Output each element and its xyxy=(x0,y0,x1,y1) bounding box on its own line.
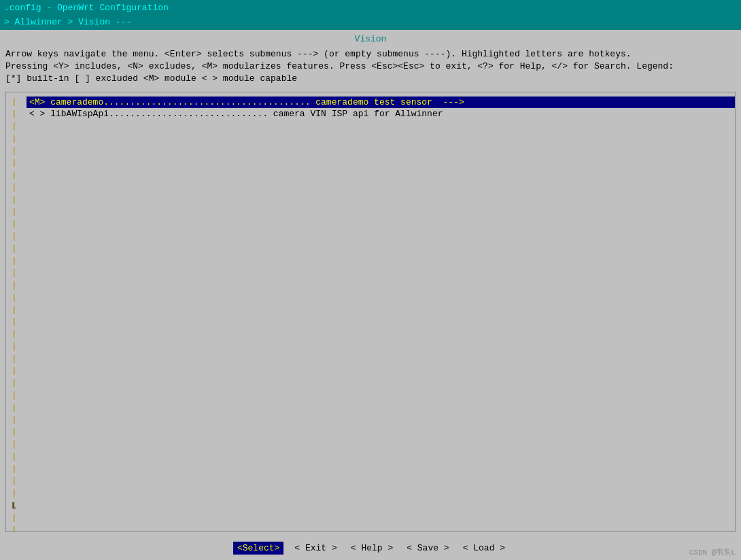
save-button[interactable]: < Save > xyxy=(404,542,451,555)
pipe-decoration: | xyxy=(12,366,17,376)
pipe-decoration: | xyxy=(12,97,17,107)
pipe-decoration: | xyxy=(12,390,17,400)
title-bar: .config - OpenWrt Configuration xyxy=(0,0,741,16)
pipe-decoration: | xyxy=(12,256,17,266)
dialog-title: Vision xyxy=(0,30,741,46)
pipe-decoration: | xyxy=(12,304,17,315)
select-button[interactable]: <Select> xyxy=(233,542,283,555)
pipe-decoration: | xyxy=(12,219,17,229)
pipe-decoration: | xyxy=(12,353,17,364)
pipe-decoration: | xyxy=(12,317,17,327)
pipe-decoration: | xyxy=(12,476,17,486)
bottom-bar: <Select> < Exit > < Help > < Save > < Lo… xyxy=(0,536,741,560)
main-content: Vision Arrow keys navigate the menu. <En… xyxy=(0,30,741,536)
pipe-decoration: | xyxy=(12,280,17,290)
pipe-decoration: | xyxy=(12,158,17,168)
pipe-decoration: | xyxy=(12,415,17,425)
help-button[interactable]: < Help > xyxy=(348,542,396,555)
pipe-decoration: | xyxy=(12,378,17,388)
watermark: CSDN @韦东L xyxy=(689,547,736,557)
pipe-decoration: | xyxy=(12,243,17,253)
pipe-decoration: | xyxy=(12,329,17,339)
pipe-decoration: | xyxy=(12,341,17,351)
pipe-decoration: | xyxy=(12,402,17,413)
load-button[interactable]: < Load > xyxy=(460,542,508,555)
pipe-decoration: | xyxy=(12,182,17,192)
pipe-decoration: | xyxy=(12,292,17,302)
menu-items-container: <M> camerademo..........................… xyxy=(6,92,735,120)
pipe-decoration: | xyxy=(12,488,17,498)
pipe-decoration: | xyxy=(12,439,17,449)
breadcrumb: > Allwinner > Vision --- xyxy=(0,16,741,30)
pipe-decoration: | xyxy=(12,145,17,156)
pipe-decoration: | xyxy=(12,512,17,523)
pipe-decoration: | xyxy=(12,121,17,131)
breadcrumb-text: > Allwinner > Vision --- xyxy=(4,17,131,27)
help-line-3: [*] built-in [ ] excluded <M> module < >… xyxy=(5,73,736,85)
help-text: Arrow keys navigate the menu. <Enter> se… xyxy=(0,46,741,88)
pipe-decoration: | xyxy=(12,525,17,532)
help-line-2: Pressing <Y> includes, <N> excludes, <M>… xyxy=(5,60,736,73)
pipe-decoration: | xyxy=(12,109,17,119)
menu-item-libAWIspApi[interactable]: < > libAWIspApi.........................… xyxy=(27,108,735,120)
title-text: .config - OpenWrt Configuration xyxy=(4,3,169,13)
pipe-decoration: | xyxy=(12,207,17,217)
pipe-decoration: | xyxy=(12,451,17,461)
pipe-decoration: | xyxy=(12,427,17,437)
bottom-l-char: L xyxy=(12,501,17,511)
pipe-decoration: | xyxy=(12,194,17,205)
menu-area: <M> camerademo..........................… xyxy=(5,92,736,532)
pipe-decoration: | xyxy=(12,463,17,474)
exit-button[interactable]: < Exit > xyxy=(292,542,339,555)
pipe-decoration: | xyxy=(12,268,17,278)
pipe-decoration: | xyxy=(12,231,17,241)
pipe-decoration: | xyxy=(12,170,17,180)
menu-item-camerademo[interactable]: <M> camerademo..........................… xyxy=(27,97,735,108)
pipe-decoration: | xyxy=(12,133,17,143)
help-line-1: Arrow keys navigate the menu. <Enter> se… xyxy=(5,48,736,60)
